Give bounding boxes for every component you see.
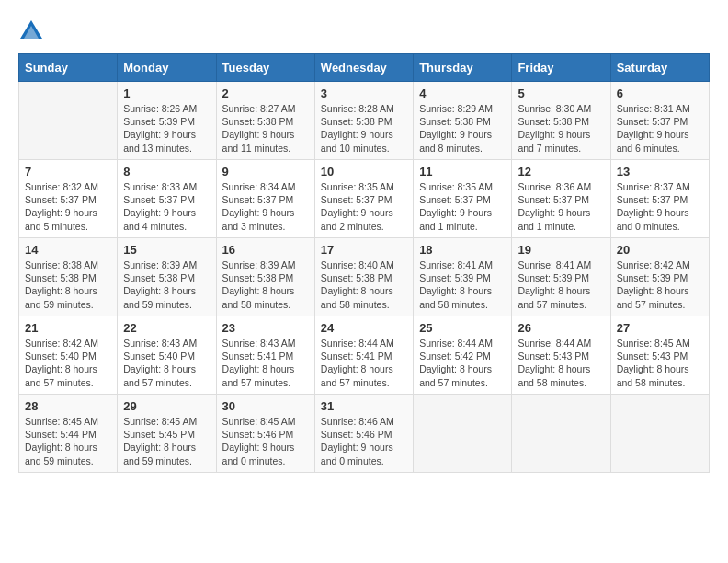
day-number: 28: [25, 399, 111, 413]
day-number: 7: [25, 165, 111, 178]
day-cell: 27Sunrise: 8:45 AM Sunset: 5:43 PM Dayli…: [610, 316, 709, 395]
week-row-4: 21Sunrise: 8:42 AM Sunset: 5:40 PM Dayli…: [19, 316, 710, 395]
day-info: Sunrise: 8:29 AM Sunset: 5:38 PM Dayligh…: [419, 102, 506, 155]
col-header-tuesday: Tuesday: [216, 54, 314, 82]
day-number: 11: [419, 165, 506, 178]
day-info: Sunrise: 8:35 AM Sunset: 5:37 PM Dayligh…: [419, 180, 506, 233]
day-number: 9: [222, 165, 309, 178]
day-info: Sunrise: 8:30 AM Sunset: 5:38 PM Dayligh…: [518, 102, 604, 155]
day-number: 12: [518, 165, 604, 178]
day-info: Sunrise: 8:46 AM Sunset: 5:46 PM Dayligh…: [321, 415, 407, 467]
day-info: Sunrise: 8:45 AM Sunset: 5:44 PM Dayligh…: [25, 415, 111, 467]
day-number: 19: [518, 243, 604, 257]
day-info: Sunrise: 8:40 AM Sunset: 5:38 PM Dayligh…: [321, 259, 407, 311]
day-number: 3: [321, 86, 407, 100]
week-row-3: 14Sunrise: 8:38 AM Sunset: 5:38 PM Dayli…: [19, 238, 710, 316]
day-info: Sunrise: 8:44 AM Sunset: 5:41 PM Dayligh…: [321, 337, 407, 389]
day-number: 5: [518, 86, 604, 100]
day-number: 21: [25, 321, 111, 335]
day-number: 8: [123, 165, 210, 178]
day-info: Sunrise: 8:44 AM Sunset: 5:43 PM Dayligh…: [518, 337, 604, 389]
day-number: 15: [123, 243, 210, 257]
day-cell: 18Sunrise: 8:41 AM Sunset: 5:39 PM Dayli…: [414, 238, 512, 316]
logo-icon: [18, 18, 44, 44]
day-info: Sunrise: 8:41 AM Sunset: 5:39 PM Dayligh…: [419, 259, 506, 311]
col-header-saturday: Saturday: [610, 54, 709, 82]
logo: [18, 18, 48, 44]
day-info: Sunrise: 8:36 AM Sunset: 5:37 PM Dayligh…: [518, 180, 604, 233]
day-info: Sunrise: 8:39 AM Sunset: 5:38 PM Dayligh…: [222, 259, 309, 311]
day-cell: 6Sunrise: 8:31 AM Sunset: 5:37 PM Daylig…: [610, 82, 709, 160]
day-cell: 30Sunrise: 8:45 AM Sunset: 5:46 PM Dayli…: [216, 395, 314, 473]
day-info: Sunrise: 8:37 AM Sunset: 5:37 PM Dayligh…: [617, 180, 703, 233]
day-cell: 5Sunrise: 8:30 AM Sunset: 5:38 PM Daylig…: [512, 82, 610, 160]
col-header-monday: Monday: [118, 54, 216, 82]
day-number: 20: [617, 243, 703, 257]
day-info: Sunrise: 8:45 AM Sunset: 5:46 PM Dayligh…: [222, 415, 309, 467]
day-cell: 2Sunrise: 8:27 AM Sunset: 5:38 PM Daylig…: [216, 82, 314, 160]
day-number: 18: [419, 243, 506, 257]
day-cell: 15Sunrise: 8:39 AM Sunset: 5:38 PM Dayli…: [118, 238, 216, 316]
col-header-thursday: Thursday: [414, 54, 512, 82]
day-info: Sunrise: 8:42 AM Sunset: 5:39 PM Dayligh…: [617, 259, 703, 311]
day-info: Sunrise: 8:27 AM Sunset: 5:38 PM Dayligh…: [222, 102, 309, 155]
day-number: 2: [222, 86, 309, 100]
day-cell: 8Sunrise: 8:33 AM Sunset: 5:37 PM Daylig…: [118, 160, 216, 238]
day-number: 4: [419, 86, 506, 100]
week-row-1: 1Sunrise: 8:26 AM Sunset: 5:39 PM Daylig…: [19, 82, 710, 160]
day-cell: 3Sunrise: 8:28 AM Sunset: 5:38 PM Daylig…: [314, 82, 413, 160]
day-info: Sunrise: 8:43 AM Sunset: 5:40 PM Dayligh…: [123, 337, 210, 389]
day-cell: [512, 395, 610, 473]
day-cell: 19Sunrise: 8:41 AM Sunset: 5:39 PM Dayli…: [512, 238, 610, 316]
col-header-friday: Friday: [512, 54, 610, 82]
day-info: Sunrise: 8:31 AM Sunset: 5:37 PM Dayligh…: [617, 102, 703, 155]
day-cell: 17Sunrise: 8:40 AM Sunset: 5:38 PM Dayli…: [314, 238, 413, 316]
day-number: 29: [123, 399, 210, 413]
calendar-table: SundayMondayTuesdayWednesdayThursdayFrid…: [18, 53, 710, 473]
day-info: Sunrise: 8:45 AM Sunset: 5:45 PM Dayligh…: [123, 415, 210, 467]
day-cell: 4Sunrise: 8:29 AM Sunset: 5:38 PM Daylig…: [414, 82, 512, 160]
day-number: 14: [25, 243, 111, 257]
day-cell: 24Sunrise: 8:44 AM Sunset: 5:41 PM Dayli…: [314, 316, 413, 395]
day-cell: 1Sunrise: 8:26 AM Sunset: 5:39 PM Daylig…: [118, 82, 216, 160]
day-cell: 29Sunrise: 8:45 AM Sunset: 5:45 PM Dayli…: [118, 395, 216, 473]
day-info: Sunrise: 8:38 AM Sunset: 5:38 PM Dayligh…: [25, 259, 111, 311]
day-cell: 22Sunrise: 8:43 AM Sunset: 5:40 PM Dayli…: [118, 316, 216, 395]
col-header-sunday: Sunday: [19, 54, 118, 82]
day-number: 13: [617, 165, 703, 178]
day-cell: 7Sunrise: 8:32 AM Sunset: 5:37 PM Daylig…: [19, 160, 118, 238]
day-info: Sunrise: 8:26 AM Sunset: 5:39 PM Dayligh…: [123, 102, 210, 155]
day-info: Sunrise: 8:41 AM Sunset: 5:39 PM Dayligh…: [518, 259, 604, 311]
day-number: 26: [518, 321, 604, 335]
day-info: Sunrise: 8:42 AM Sunset: 5:40 PM Dayligh…: [25, 337, 111, 389]
day-cell: 13Sunrise: 8:37 AM Sunset: 5:37 PM Dayli…: [610, 160, 709, 238]
day-info: Sunrise: 8:34 AM Sunset: 5:37 PM Dayligh…: [222, 180, 309, 233]
day-cell: 9Sunrise: 8:34 AM Sunset: 5:37 PM Daylig…: [216, 160, 314, 238]
day-cell: 11Sunrise: 8:35 AM Sunset: 5:37 PM Dayli…: [414, 160, 512, 238]
day-cell: 26Sunrise: 8:44 AM Sunset: 5:43 PM Dayli…: [512, 316, 610, 395]
day-info: Sunrise: 8:35 AM Sunset: 5:37 PM Dayligh…: [321, 180, 407, 233]
header: [18, 18, 710, 44]
day-info: Sunrise: 8:45 AM Sunset: 5:43 PM Dayligh…: [617, 337, 703, 389]
day-number: 23: [222, 321, 309, 335]
day-number: 27: [617, 321, 703, 335]
day-info: Sunrise: 8:44 AM Sunset: 5:42 PM Dayligh…: [419, 337, 506, 389]
week-row-5: 28Sunrise: 8:45 AM Sunset: 5:44 PM Dayli…: [19, 395, 710, 473]
day-number: 22: [123, 321, 210, 335]
day-number: 25: [419, 321, 506, 335]
day-info: Sunrise: 8:33 AM Sunset: 5:37 PM Dayligh…: [123, 180, 210, 233]
day-number: 6: [617, 86, 703, 100]
day-cell: 21Sunrise: 8:42 AM Sunset: 5:40 PM Dayli…: [19, 316, 118, 395]
day-info: Sunrise: 8:43 AM Sunset: 5:41 PM Dayligh…: [222, 337, 309, 389]
day-cell: 12Sunrise: 8:36 AM Sunset: 5:37 PM Dayli…: [512, 160, 610, 238]
day-cell: 16Sunrise: 8:39 AM Sunset: 5:38 PM Dayli…: [216, 238, 314, 316]
week-row-2: 7Sunrise: 8:32 AM Sunset: 5:37 PM Daylig…: [19, 160, 710, 238]
day-cell: [610, 395, 709, 473]
day-number: 1: [123, 86, 210, 100]
day-info: Sunrise: 8:28 AM Sunset: 5:38 PM Dayligh…: [321, 102, 407, 155]
day-number: 24: [321, 321, 407, 335]
day-cell: 31Sunrise: 8:46 AM Sunset: 5:46 PM Dayli…: [314, 395, 413, 473]
calendar-header: SundayMondayTuesdayWednesdayThursdayFrid…: [19, 54, 710, 82]
col-header-wednesday: Wednesday: [314, 54, 413, 82]
day-number: 30: [222, 399, 309, 413]
